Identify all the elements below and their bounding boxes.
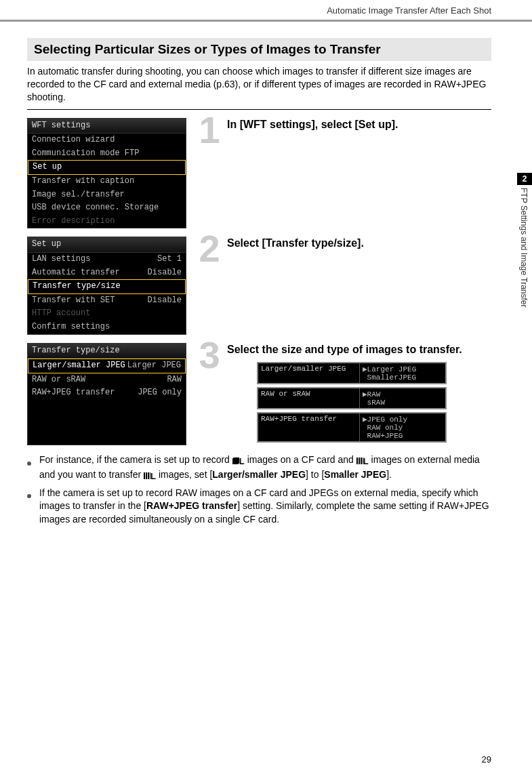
option-popout-option: ▶JPEG only [363,415,443,424]
bullet-dot-icon [27,453,34,482]
image-quality-icon: L [144,470,156,483]
step-text: Select the size and type of images to tr… [227,343,491,446]
step-number: 3 [196,339,223,446]
image-quality-icon: L [232,455,245,468]
camera-menu-row-label: RAW+JPEG transfer [32,388,115,399]
step: Set upLAN settingsSet 1Automatic transfe… [27,237,491,334]
step-heading: Select [Transfer type/size]. [227,237,491,251]
step-heading: In [WFT settings], select [Set up]. [227,118,491,132]
camera-menu-title: WFT settings [28,119,186,134]
step: Transfer type/sizeLarger/smaller JPEGLar… [27,343,491,446]
camera-menu-row: LAN settingsSet 1 [28,253,186,266]
option-popout-option: SmallerJPEG [363,373,443,382]
image-quality-icon: L [356,455,369,468]
camera-menu-title: Set up [28,237,186,253]
step-body: 2Select [Transfer type/size]. [196,237,491,334]
camera-menu-row: Transfer with caption [28,175,186,188]
step-body: 3Select the size and type of images to t… [196,343,491,446]
camera-menu-row: Larger/smaller JPEGLarger JPEG [28,359,186,373]
camera-menu-row: Communication mode FTP [28,147,186,161]
option-popout-label: Larger/smaller JPEG [258,363,360,383]
step-text: In [WFT settings], select [Set up]. [227,118,491,229]
option-popout-option: ▶RAW [363,390,443,399]
option-popout-label: RAW or sRAW [258,388,360,408]
option-popout: RAW+JPEG transfer▶JPEG only RAW only RAW… [257,412,447,443]
camera-menu-row: Set up [28,160,186,175]
section-title-box: Selecting Particular Sizes or Types of I… [27,38,491,61]
option-popout: Larger/smaller JPEG▶Larger JPEG SmallerJ… [257,362,447,384]
option-popout-options: ▶Larger JPEG SmallerJPEG [360,363,445,383]
camera-menu-row: RAW+JPEG transferJPEG only [28,386,186,400]
option-popout-option: ▶Larger JPEG [363,365,443,373]
camera-menu-screenshot: Transfer type/sizeLarger/smaller JPEGLar… [27,343,186,446]
intro-paragraph: In automatic transfer during shooting, y… [27,65,491,104]
bullet-dot-icon [27,487,34,527]
camera-menu-row-label: RAW or sRAW [32,375,85,386]
camera-menu-row-label: Larger/smaller JPEG [33,361,125,371]
bullet-text: For instance, if the camera is set up to… [39,453,491,482]
option-popout: RAW or sRAW▶RAW sRAW [257,387,447,409]
camera-menu-row-label: Transfer type/size [33,281,121,292]
camera-menu-row-value: Disable [148,296,182,306]
camera-menu-row-value: Disable [148,268,182,279]
camera-menu-row-value: JPEG only [138,388,182,399]
camera-menu-screenshot: WFT settingsConnection wizardCommunicati… [27,118,186,229]
camera-menu-row: Transfer type/size [28,279,186,294]
camera-menu-row-value: Larger JPEG [127,361,181,371]
option-popout-option: RAW+JPEG [363,432,443,440]
section-title: Selecting Particular Sizes or Types of I… [34,42,485,57]
camera-menu-row-label: LAN settings [32,254,90,265]
option-popout-label: RAW+JPEG transfer [258,413,360,441]
camera-menu-row-value: Set 1 [157,254,182,265]
camera-menu-row: Image sel./transfer [28,188,186,202]
camera-menu-row-label: Transfer with SET [32,296,115,306]
camera-menu-row-label: Automatic transfer [32,268,120,279]
option-popout-options: ▶RAW sRAW [360,388,445,408]
camera-menu-row: Automatic transferDisable [28,266,186,280]
camera-menu-row-label: HTTP account [32,308,90,319]
step: WFT settingsConnection wizardCommunicati… [27,118,491,229]
step-text: Select [Transfer type/size]. [227,237,491,334]
camera-menu-row-label: Confirm settings [32,322,110,333]
separator-rule [27,109,491,110]
bullet-text: If the camera is set up to record RAW im… [39,487,491,527]
step-number: 2 [196,232,223,334]
camera-menu-row: Error description [28,215,186,228]
option-popout-option: sRAW [363,399,443,407]
camera-menu-row-value: RAW [167,375,182,386]
step-number: 1 [196,114,223,229]
camera-menu-row: HTTP account [28,307,186,321]
camera-menu-row: Connection wizard [28,134,186,147]
camera-menu-screenshot: Set upLAN settingsSet 1Automatic transfe… [27,237,186,334]
camera-menu-row: Transfer with SETDisable [28,294,186,308]
camera-menu-row: Confirm settings [28,321,186,334]
option-popouts: Larger/smaller JPEG▶Larger JPEG SmallerJ… [257,362,491,443]
running-head: Automatic Image Transfer After Each Shot [0,0,532,16]
page-number: 29 [482,754,491,765]
camera-menu-title: Transfer type/size [28,344,186,359]
camera-menu-row: USB device connec. Storage [28,201,186,215]
step-body: 1In [WFT settings], select [Set up]. [196,118,491,229]
bullet-item: If the camera is set up to record RAW im… [27,487,491,527]
bullet-item: For instance, if the camera is set up to… [27,453,491,482]
camera-menu-row: RAW or sRAWRAW [28,373,186,387]
step-heading: Select the size and type of images to tr… [227,343,491,357]
option-popout-options: ▶JPEG only RAW only RAW+JPEG [360,413,445,441]
bullet-list: For instance, if the camera is set up to… [27,453,491,526]
option-popout-option: RAW only [363,424,443,432]
